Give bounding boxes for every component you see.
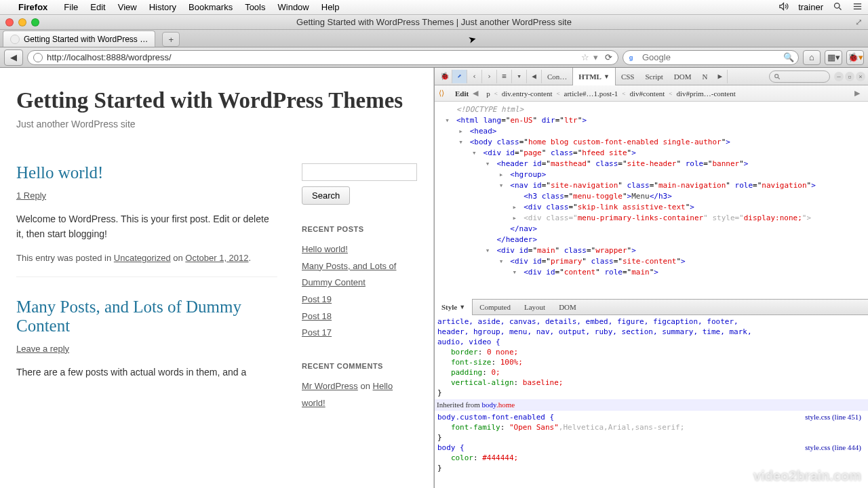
tab-dom[interactable]: DOM: [669, 68, 697, 85]
menu-file[interactable]: File: [58, 2, 84, 12]
tab-css[interactable]: CSS: [616, 68, 640, 85]
post-title-link[interactable]: Many Posts, and Lots of Dummy Content: [16, 298, 241, 335]
style-panel[interactable]: article, aside, canvas, details, embed, …: [435, 315, 868, 488]
crumb-item[interactable]: div#prim…-content: [672, 89, 739, 98]
tab-console[interactable]: Con…: [542, 68, 572, 85]
home-button[interactable]: ⌂: [803, 50, 821, 65]
tab-html[interactable]: HTML ▼: [572, 68, 616, 85]
recent-post-link[interactable]: Post 17: [302, 325, 417, 342]
dom-line[interactable]: ▾ <div id="page" class="hfeed site">: [436, 148, 867, 159]
menu-tools[interactable]: Tools: [239, 2, 271, 12]
post-meta: This entry was posted in Uncategorized o…: [16, 253, 277, 277]
zoom-window-button[interactable]: [31, 18, 39, 26]
menu-bookmarks[interactable]: Bookmarks: [182, 2, 239, 12]
dom-line[interactable]: ▸ <head>: [436, 126, 867, 137]
recent-post-link[interactable]: Many Posts, and Lots of Dummy Content: [302, 258, 417, 291]
lines-icon[interactable]: ≡: [497, 70, 512, 83]
new-tab-button[interactable]: +: [162, 32, 180, 47]
crumb-fwd[interactable]: ▶: [854, 89, 864, 98]
dom-line[interactable]: ▾ <div id="content" role="main">: [436, 267, 867, 278]
date-link[interactable]: October 1, 2012: [185, 253, 248, 263]
dom-line[interactable]: ▸ <div class="menu-primary-links-contain…: [436, 213, 867, 224]
url-field[interactable]: http://localhost:8888/wordpress/ ☆ ▾ ⟳: [27, 50, 618, 65]
dom-line[interactable]: </header>: [436, 235, 867, 245]
dom-line[interactable]: ▾ <div id="primary" class="site-content"…: [436, 256, 867, 267]
recent-post-link[interactable]: Post 19: [302, 291, 417, 308]
dom-line[interactable]: <h3 class="menu-toggle">Menu</h3>: [436, 191, 867, 202]
subtab-computed[interactable]: Computed: [473, 299, 517, 315]
crumb-back[interactable]: ◀: [473, 89, 482, 98]
inspect-icon[interactable]: ⬈: [452, 70, 467, 83]
post-replies-link[interactable]: Leave a reply: [16, 344, 69, 354]
close-window-button[interactable]: [5, 18, 14, 26]
menu-window[interactable]: Window: [272, 2, 315, 12]
volume-icon[interactable]: [778, 1, 789, 14]
dom-line[interactable]: ▾ <html lang="en-US" dir="ltr">: [436, 115, 867, 126]
close-icon[interactable]: ×: [856, 72, 865, 81]
dom-line[interactable]: ▾ <header id="masthead" class="site-head…: [436, 159, 867, 169]
panel-fwd-icon[interactable]: ▶: [713, 70, 728, 83]
menu-edit[interactable]: Edit: [84, 2, 111, 12]
search-icon[interactable]: 🔍: [783, 52, 794, 62]
tab-script[interactable]: Script: [639, 68, 668, 85]
subtab-style[interactable]: Style ▼: [435, 299, 473, 315]
firebug-toggle-button[interactable]: 🐞▾: [846, 50, 864, 65]
crumb-item[interactable]: div#content: [625, 89, 669, 98]
fullscreen-icon[interactable]: ⤢: [855, 17, 863, 27]
recent-post-link[interactable]: Post 18: [302, 308, 417, 325]
dom-line[interactable]: </nav>: [436, 224, 867, 235]
post-body: Welcome to WordPress. This is your first…: [16, 211, 277, 242]
panel-back-icon[interactable]: ◀: [527, 70, 542, 83]
dom-line[interactable]: ▾ <nav id="site-navigation" class="main-…: [436, 180, 867, 191]
category-link[interactable]: Uncategorized: [114, 253, 171, 263]
bookmark-star-icon[interactable]: ☆: [581, 52, 589, 62]
widget-heading: RECENT POSTS: [302, 225, 417, 233]
dom-line[interactable]: ▸ <hgroup>: [436, 169, 867, 180]
app-name[interactable]: Firefox: [12, 2, 54, 12]
svg-line-8: [778, 77, 780, 79]
menu-history[interactable]: History: [143, 2, 182, 12]
post-replies-link[interactable]: 1 Reply: [16, 190, 46, 201]
dom-tree[interactable]: <!DOCTYPE html> ▾ <html lang="en-US" dir…: [435, 102, 868, 299]
firebug-icon[interactable]: 🐞: [437, 70, 452, 83]
menu-help[interactable]: Help: [315, 2, 346, 12]
subtab-dom[interactable]: DOM: [552, 299, 583, 315]
menu-icon[interactable]: [852, 1, 863, 14]
crumb-item[interactable]: article#…1.post-1: [560, 89, 623, 98]
subtab-layout[interactable]: Layout: [517, 299, 552, 315]
menu-view[interactable]: View: [112, 2, 143, 12]
user-name[interactable]: trainer: [798, 2, 823, 12]
popout-icon[interactable]: ▫: [845, 72, 854, 81]
crumb-icon[interactable]: ⟨⟩: [439, 89, 451, 98]
browser-tab[interactable]: Getting Started with WordPress …: [3, 30, 155, 47]
search-input[interactable]: [642, 52, 779, 62]
page-viewport[interactable]: Getting Started with WordPress Themes Ju…: [0, 68, 434, 488]
minimize-window-button[interactable]: [18, 18, 26, 26]
firebug-panel: 🐞 ⬈ ‹ › ≡ ▾ ◀ Con… HTML ▼ CSS Script DOM…: [434, 68, 868, 488]
dom-line[interactable]: ▾ <div id="main" class="wrapper">: [436, 245, 867, 256]
recent-post-link[interactable]: Hello world!: [302, 241, 417, 258]
reload-icon[interactable]: ⟳: [605, 52, 612, 62]
post-title-link[interactable]: Hello world!: [16, 163, 103, 182]
tab-net[interactable]: N: [696, 68, 713, 85]
svg-rect-3: [854, 5, 861, 6]
firebug-search[interactable]: [769, 70, 830, 83]
sidebar-search-input[interactable]: [302, 163, 417, 181]
crumb-item[interactable]: p: [482, 89, 494, 98]
crumb-edit[interactable]: Edit: [451, 89, 473, 98]
comment-author-link[interactable]: Mr WordPress: [302, 381, 358, 391]
spotlight-icon[interactable]: [833, 1, 843, 14]
minimize-icon[interactable]: –: [834, 72, 844, 81]
crumb-item[interactable]: div.entry-content: [498, 89, 557, 98]
dom-line[interactable]: ▾ <body class="home blog custom-font-ena…: [436, 137, 867, 148]
back-button[interactable]: ◀: [4, 49, 23, 66]
sidebar-search-button[interactable]: Search: [302, 186, 350, 205]
dropdown-icon[interactable]: ▾: [593, 52, 598, 62]
dropdown-icon[interactable]: ▾: [512, 70, 527, 83]
dom-line[interactable]: <!DOCTYPE html>: [436, 104, 867, 115]
nav-back-icon[interactable]: ‹: [467, 70, 482, 83]
nav-fwd-icon[interactable]: ›: [482, 70, 497, 83]
feed-button[interactable]: ▦▾: [825, 50, 842, 65]
dom-line[interactable]: ▸ <div class="skip-link assistive-text">: [436, 202, 867, 213]
search-field[interactable]: g 🔍: [623, 50, 799, 65]
